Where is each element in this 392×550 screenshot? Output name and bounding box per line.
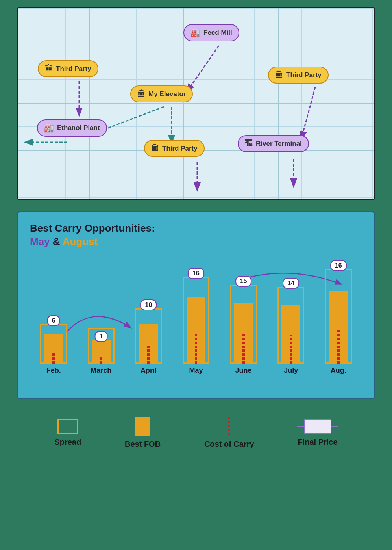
legend-section: Spread Best FOB Cost of Carry Final Pric…	[17, 409, 375, 457]
location-ethanol-plant: 🏭 Ethanol Plant	[37, 119, 107, 137]
value-july: 14	[283, 278, 299, 289]
bar-group-april: 10	[134, 308, 163, 364]
month-label-march: March	[91, 366, 111, 375]
bar-carry-aug	[337, 329, 340, 364]
bar-carry-feb	[52, 352, 55, 364]
feed-mill-icon: 🏭	[190, 28, 200, 37]
location-third-party-btm: 🏛 Third Party	[144, 140, 205, 157]
value-april: 10	[141, 299, 157, 310]
month-col-june: 15 June	[220, 256, 267, 375]
bar-carry-april	[147, 344, 150, 364]
month-col-aug: 16 Aug.	[314, 256, 362, 375]
bar-group-may: 16	[182, 277, 210, 364]
month-col-feb: 6 Feb.	[30, 256, 78, 375]
legend-carry-icon	[228, 417, 230, 436]
third-party-tl-icon: 🏛	[45, 64, 53, 73]
legend-carry-label: Cost of Carry	[204, 440, 254, 449]
bar-group-june: 15	[229, 285, 258, 364]
month-label-april: April	[141, 366, 157, 375]
chart-area: 6 Feb. 1 March 10 April	[30, 256, 362, 390]
ethanol-plant-icon: 🏭	[44, 123, 54, 133]
bar-group-feb: 6	[39, 324, 68, 364]
location-my-elevator: 🏛 My Elevator	[130, 85, 193, 102]
bar-carry-june	[242, 334, 245, 364]
legend-fob-label: Best FOB	[125, 440, 161, 449]
location-river-terminal: 🏗 River Terminal	[238, 135, 309, 152]
month-label-aug: Aug.	[331, 366, 346, 375]
chart-section: Best Carry Opportunities: May & August	[17, 211, 375, 399]
location-third-party-tr: 🏛 Third Party	[268, 67, 329, 84]
legend-fob-icon	[135, 417, 150, 436]
value-feb: 6	[47, 315, 60, 326]
month-label-july: July	[284, 366, 298, 375]
bar-group-aug: 16	[324, 269, 353, 364]
bar-group-march: 1	[87, 328, 115, 364]
legend-spread: Spread	[54, 419, 81, 447]
month-col-april: 10 April	[125, 256, 172, 375]
legend-final-label: Final Price	[298, 438, 337, 447]
month-col-july: 14 July	[267, 256, 315, 375]
month-label-feb: Feb.	[46, 366, 61, 375]
location-third-party-tl: 🏛 Third Party	[38, 60, 98, 77]
legend-best-fob: Best FOB	[125, 417, 161, 449]
legend-spread-label: Spread	[54, 438, 81, 447]
bar-group-july: 14	[277, 287, 305, 364]
legend-final-icon	[304, 419, 331, 434]
month-label-june: June	[235, 366, 252, 375]
chart-title: Best Carry Opportunities: May & August	[30, 222, 362, 249]
legend-spread-icon	[57, 419, 78, 434]
value-may: 16	[188, 268, 204, 279]
bar-carry-july	[290, 335, 292, 364]
my-elevator-icon: 🏛	[137, 89, 145, 98]
month-label-may: May	[189, 366, 203, 375]
month-col-may: 16 May	[172, 256, 220, 375]
value-march: 1	[94, 331, 107, 342]
value-aug: 16	[330, 260, 347, 271]
legend-cost-of-carry: Cost of Carry	[204, 417, 254, 449]
map-section: 🏭 Feed Mill 🏛 Third Party 🏛 Third Party …	[17, 7, 375, 200]
bar-carry-may	[195, 332, 197, 364]
location-feed-mill: 🏭 Feed Mill	[183, 24, 239, 41]
month-col-march: 1 March	[78, 256, 125, 375]
bar-carry-march	[100, 356, 102, 364]
third-party-btm-icon: 🏛	[151, 144, 159, 153]
legend-final-price: Final Price	[298, 419, 337, 447]
value-june: 15	[235, 276, 252, 287]
river-terminal-icon: 🏗	[245, 139, 253, 148]
third-party-tr-icon: 🏛	[275, 71, 283, 80]
